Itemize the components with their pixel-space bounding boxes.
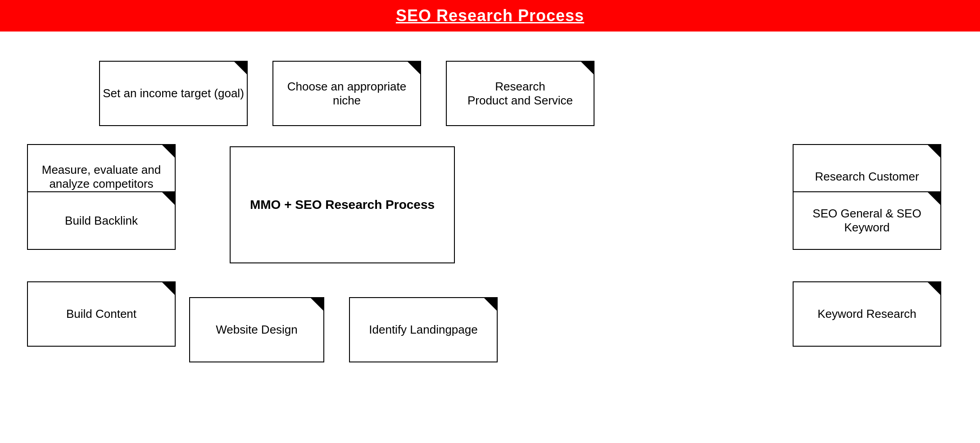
box-research-product: ResearchProduct and Service — [446, 61, 594, 126]
main-content: Set an income target (goal) Choose an ap… — [0, 32, 980, 443]
box-website-design: Website Design — [189, 297, 324, 362]
header-bar: SEO Research Process — [0, 0, 980, 32]
choose-niche-label: Choose an appropriate niche — [273, 80, 420, 108]
box-set-income: Set an income target (goal) — [99, 61, 248, 126]
build-content-label: Build Content — [66, 307, 136, 321]
research-customer-label: Research Customer — [815, 170, 919, 184]
box-seo-general: SEO General & SEO Keyword — [793, 191, 941, 250]
box-choose-niche: Choose an appropriate niche — [272, 61, 421, 126]
measure-label: Measure, evaluate andanalyze competitors — [42, 163, 161, 191]
build-backlink-label: Build Backlink — [65, 214, 138, 228]
center-main-label: MMO + SEO Research Process — [250, 198, 435, 212]
page-title: SEO Research Process — [396, 6, 584, 25]
set-income-label: Set an income target (goal) — [103, 86, 244, 100]
box-identify-landing: Identify Landingpage — [349, 297, 498, 362]
keyword-research-label: Keyword Research — [817, 307, 916, 321]
identify-landing-label: Identify Landingpage — [369, 323, 477, 337]
seo-general-label: SEO General & SEO Keyword — [794, 207, 940, 235]
box-build-content: Build Content — [27, 281, 176, 347]
research-product-label: ResearchProduct and Service — [467, 80, 573, 108]
box-keyword-research: Keyword Research — [793, 281, 941, 347]
box-center-main: MMO + SEO Research Process — [230, 146, 455, 263]
website-design-label: Website Design — [216, 323, 298, 337]
box-build-backlink: Build Backlink — [27, 191, 176, 250]
